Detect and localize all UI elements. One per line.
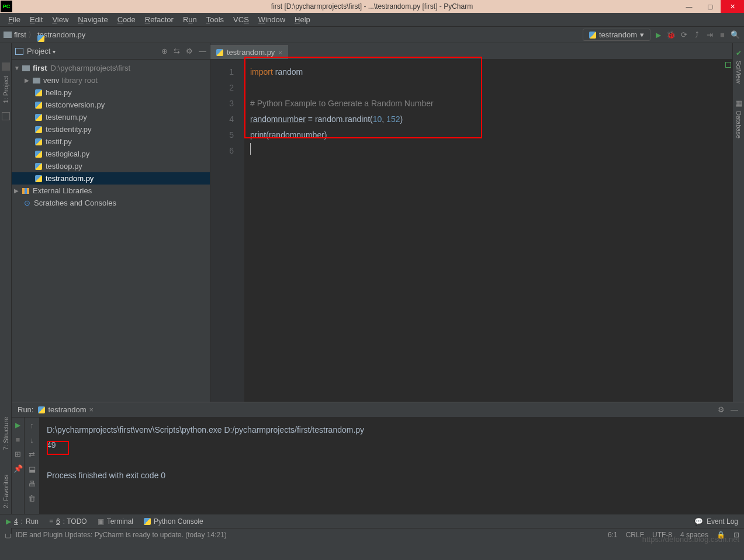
python-file-icon <box>35 151 42 158</box>
close-button[interactable]: ✕ <box>721 0 744 13</box>
close-tab-icon[interactable]: × <box>278 49 282 56</box>
python-file-icon <box>35 175 42 182</box>
menu-tools[interactable]: Tools <box>202 15 229 24</box>
project-tool-label[interactable]: 1: Project <box>2 76 9 103</box>
attach-button[interactable]: ⇥ <box>704 30 715 40</box>
tree-file[interactable]: testrandom.py <box>12 172 210 185</box>
coverage-button[interactable]: ⟳ <box>679 30 689 40</box>
stop-icon[interactable]: ■ <box>16 435 20 444</box>
gear-icon[interactable]: ⚙ <box>186 47 193 55</box>
tree-file[interactable]: testloop.py <box>12 160 210 172</box>
tree-file[interactable]: testlogical.py <box>12 148 210 160</box>
stop-button[interactable]: ■ <box>717 30 728 40</box>
tree-scratches[interactable]: ⊙ Scratches and Consoles <box>12 197 210 209</box>
libraries-icon <box>22 188 29 194</box>
console-output[interactable]: D:\pycharmprojects\first\venv\Scripts\py… <box>40 418 744 514</box>
tab-python-console[interactable]: Python Console <box>144 517 203 526</box>
folder-icon <box>33 78 40 84</box>
bottom-tool-tabs: ▶4: Run ≡6: TODO ▣Terminal Python Consol… <box>0 514 744 528</box>
tree-file[interactable]: testidentity.py <box>12 123 210 135</box>
menu-code[interactable]: Code <box>113 15 140 24</box>
menu-help[interactable]: Help <box>290 15 315 24</box>
run-toolbar-1: ▶ ■ ⊞ 📌 <box>12 418 25 514</box>
tree-file[interactable]: testconversion.py <box>12 99 210 111</box>
debug-button[interactable]: 🐞 <box>666 30 676 40</box>
pin-icon[interactable]: 📌 <box>13 464 23 473</box>
database-label[interactable]: Database <box>735 111 742 138</box>
navigation-bar: first 〉 testrandom.py testrandom ▾ ▶ 🐞 ⟳… <box>0 27 744 43</box>
database-icon[interactable]: ▦ <box>735 99 742 107</box>
tree-file[interactable]: hello.py <box>12 86 210 99</box>
code-area[interactable]: import random # Python Example to Genera… <box>244 60 732 402</box>
tree-file-name: testenum.py <box>46 113 87 121</box>
status-position[interactable]: 6:1 <box>608 531 618 539</box>
tree-file-name: hello.py <box>46 88 72 97</box>
print-icon[interactable]: 🖶 <box>28 479 36 488</box>
project-panel-header: Project ▾ ⊕ ⇆ ⚙ — <box>12 43 210 60</box>
project-panel-title[interactable]: Project ▾ <box>27 47 161 55</box>
editor-tabs: testrandom.py × <box>210 43 732 60</box>
up-icon[interactable]: ↑ <box>30 421 34 430</box>
breadcrumb-project[interactable]: first <box>14 30 26 39</box>
project-tool-icon[interactable] <box>2 62 10 71</box>
down-icon[interactable]: ↓ <box>30 436 34 444</box>
tree-file[interactable]: testif.py <box>12 135 210 148</box>
run-button[interactable]: ▶ <box>653 30 663 40</box>
gear-icon[interactable]: ⚙ <box>718 405 725 414</box>
maximize-button[interactable]: ▢ <box>700 0 721 13</box>
menu-file[interactable]: File <box>4 15 25 24</box>
locate-icon[interactable]: ⊕ <box>161 47 168 55</box>
rerun-icon[interactable]: ▶ <box>15 421 20 429</box>
editor-tab-active[interactable]: testrandom.py × <box>210 45 288 59</box>
tree-root[interactable]: ▼ first D:\pycharmprojects\first <box>12 62 210 74</box>
tab-run[interactable]: ▶4: Run <box>6 517 39 526</box>
layout-icon[interactable]: ⊞ <box>15 450 21 458</box>
menu-navigate[interactable]: Navigate <box>73 15 112 24</box>
run-config-selector[interactable]: testrandom ▾ <box>583 29 650 41</box>
expand-icon[interactable]: ⇆ <box>174 47 180 55</box>
favorites-label[interactable]: 2: Favorites <box>2 475 9 508</box>
scroll-icon[interactable]: ⬓ <box>29 465 36 474</box>
search-everywhere-button[interactable]: 🔍 <box>730 30 740 40</box>
check-icon[interactable]: ✔ <box>736 49 742 57</box>
tab-terminal[interactable]: ▣Terminal <box>98 517 133 526</box>
tab-todo[interactable]: ≡6: TODO <box>49 517 87 526</box>
bookmarks-icon[interactable] <box>2 112 10 120</box>
wrap-icon[interactable]: ⇄ <box>29 450 35 459</box>
python-file-icon <box>35 163 42 170</box>
console-output-value: 49 <box>47 437 737 453</box>
tree-venv[interactable]: ▶ venv library root <box>12 74 210 86</box>
python-file-icon <box>35 114 42 121</box>
event-log-icon[interactable]: 💬 <box>694 517 703 526</box>
event-log-label[interactable]: Event Log <box>707 517 738 526</box>
run-panel-tab[interactable]: testrandom × <box>38 405 94 414</box>
menu-refactor[interactable]: Refactor <box>140 15 178 24</box>
inspection-ok-icon[interactable] <box>725 62 731 68</box>
structure-label[interactable]: 7: Structure <box>2 417 9 450</box>
menu-edit[interactable]: Edit <box>25 15 47 24</box>
sciview-label[interactable]: SciView <box>735 61 742 84</box>
profile-button[interactable]: ⤴ <box>691 30 702 40</box>
minimize-button[interactable]: — <box>679 0 700 13</box>
menu-vcs[interactable]: VCS <box>229 15 254 24</box>
trash-icon[interactable]: 🗑 <box>28 494 36 503</box>
status-line-sep[interactable]: CRLF <box>626 531 644 539</box>
title-bar: PC first [D:\pycharmprojects\first] - ..… <box>0 0 744 13</box>
python-icon <box>38 406 45 413</box>
breadcrumb-file[interactable]: testrandom.py <box>37 30 85 39</box>
menu-view[interactable]: View <box>47 15 73 24</box>
hide-run-icon[interactable]: — <box>731 405 738 414</box>
project-panel: Project ▾ ⊕ ⇆ ⚙ — ▼ first D:\pycharmproj… <box>12 43 210 402</box>
menu-run[interactable]: Run <box>178 15 202 24</box>
menu-window[interactable]: Window <box>254 15 290 24</box>
hide-icon[interactable]: — <box>199 47 206 55</box>
close-run-tab-icon[interactable]: × <box>89 405 94 414</box>
run-toolbar-2: ↑ ↓ ⇄ ⬓ 🖶 🗑 <box>25 418 40 514</box>
chevron-down-icon: ▾ <box>640 30 644 39</box>
editor-body[interactable]: 123 456 import random # Python Example t… <box>210 60 732 402</box>
run-body: ▶ ■ ⊞ 📌 ↑ ↓ ⇄ ⬓ 🖶 🗑 D:\pycharmprojects\f… <box>12 418 744 514</box>
editor-tab-label: testrandom.py <box>227 48 275 57</box>
status-message: IDE and Plugin Updates: PyCharm is ready… <box>16 531 227 539</box>
tree-external-libraries[interactable]: ▶ External Libraries <box>12 185 210 197</box>
tree-file[interactable]: testenum.py <box>12 111 210 123</box>
